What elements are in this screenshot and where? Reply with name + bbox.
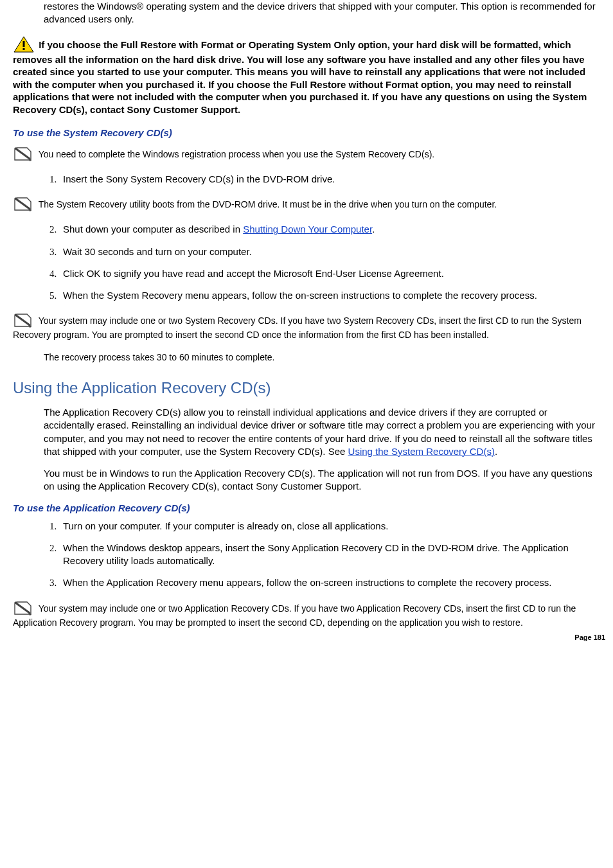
- sys-recovery-step-2: Shut down your computer as described in …: [59, 223, 600, 236]
- page-number: Page 181: [574, 633, 605, 641]
- sys-recovery-step-5: When the System Recovery menu appears, f…: [59, 289, 600, 302]
- note-text: Your system may include one or two Appli…: [13, 603, 576, 628]
- warning-text: If you choose the Full Restore with Form…: [13, 39, 587, 115]
- warning-block: If you choose the Full Restore with Form…: [13, 35, 600, 116]
- pencil-icon: [13, 145, 35, 163]
- sys-recovery-step-4: Click OK to signify you have read and ac…: [59, 267, 600, 280]
- sys-recovery-note-2: The System Recovery utility boots from t…: [13, 195, 600, 213]
- app-recovery-note: Your system may include one or two Appli…: [13, 599, 600, 629]
- app-recovery-heading: Using the Application Recovery CD(s): [13, 379, 600, 397]
- app-recovery-step-2: When the Windows desktop appears, insert…: [59, 542, 600, 568]
- app-recovery-para-1: The Application Recovery CD(s) allow you…: [13, 406, 600, 458]
- sys-recovery-link[interactable]: Using the System Recovery CD(s): [348, 446, 495, 457]
- app-recovery-para-2: You must be in Windows to run the Applic…: [13, 467, 600, 493]
- intro-paragraph: restores the Windows® operating system a…: [13, 0, 600, 26]
- sys-recovery-subhead: To use the System Recovery CD(s): [13, 127, 600, 138]
- shutdown-link[interactable]: Shutting Down Your Computer: [243, 224, 372, 235]
- sys-recovery-step-3: Wait 30 seconds and turn on your compute…: [59, 245, 600, 258]
- pencil-icon: [13, 599, 35, 617]
- pencil-icon: [13, 311, 35, 329]
- note-text: The System Recovery utility boots from t…: [39, 199, 497, 209]
- sys-recovery-note-3: Your system may include one or two Syste…: [13, 311, 600, 341]
- app-recovery-step-3: When the Application Recovery menu appea…: [59, 576, 600, 589]
- app-recovery-subhead: To use the Application Recovery CD(s): [13, 502, 600, 513]
- app-recovery-step-1: Turn on your computer. If your computer …: [59, 520, 600, 533]
- note-text: Your system may include one or two Syste…: [13, 315, 582, 340]
- warning-icon: [13, 35, 35, 53]
- note-text: You need to complete the Windows registr…: [39, 149, 435, 159]
- sys-recovery-step-1: Insert the Sony System Recovery CD(s) in…: [59, 173, 600, 186]
- sys-recovery-note-1: You need to complete the Windows registr…: [13, 145, 600, 163]
- sys-recovery-note-4: The recovery process takes 30 to 60 minu…: [13, 351, 600, 364]
- pencil-icon: [13, 195, 35, 213]
